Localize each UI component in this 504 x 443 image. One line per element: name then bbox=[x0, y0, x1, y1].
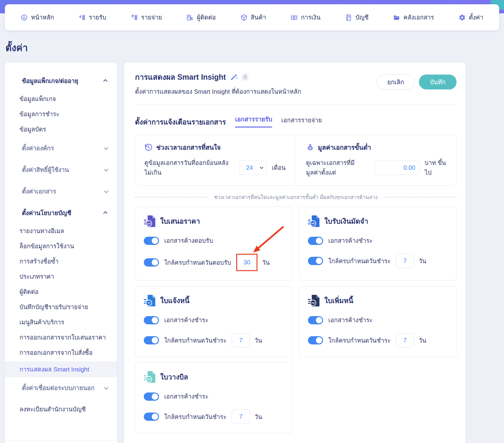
sidebar-group-label: ตั้งค่าสิทธิ์ผู้ใช้งาน bbox=[22, 165, 69, 175]
due-soon-toggle[interactable] bbox=[308, 336, 323, 344]
sidebar-item-issue-from-quotation[interactable]: การออกเอกสารจากใบเสนอราคา bbox=[5, 330, 117, 345]
toggle-knob bbox=[316, 238, 322, 244]
toggle-knob bbox=[152, 317, 158, 323]
nav-label: รายรับ bbox=[89, 12, 106, 22]
panel-header: การแสดงผล Smart Insight ? ตั้งค่าการแสดง… bbox=[135, 71, 457, 105]
due-days-input[interactable] bbox=[232, 410, 250, 424]
sidebar-item-payment-info[interactable]: ข้อมูลการชำระ bbox=[5, 106, 117, 122]
toggle-knob bbox=[152, 413, 158, 420]
sidebar-item-label: ข้อมูลการชำระ bbox=[19, 109, 60, 119]
sidebar-item-card-info[interactable]: ข้อมูลบัตร bbox=[5, 122, 117, 137]
save-button[interactable]: บันทึก bbox=[419, 75, 457, 89]
sidebar-item-label: ข้อมูลแพ็กเกจ bbox=[19, 94, 56, 104]
unpaid-toggle[interactable] bbox=[308, 237, 323, 245]
due-soon-toggle[interactable] bbox=[308, 257, 323, 265]
svg-text:IV: IV bbox=[148, 302, 150, 305]
sidebar-group-documents[interactable]: ตั้งค่าเอกสาร bbox=[5, 184, 117, 199]
cancel-button[interactable]: ยกเลิก bbox=[377, 75, 415, 89]
nav-item-products[interactable]: สินค้า bbox=[240, 12, 266, 22]
nav-item-accounting[interactable]: บัญชี bbox=[345, 12, 368, 22]
card-deposit-receipt: DR ใบรับเงินมัดจำ เอกสารค้างชำระ ใกล้ครบ… bbox=[299, 207, 457, 281]
sidebar-group-label: ตั้งค่าองค์กร bbox=[22, 143, 54, 153]
svg-text:$: $ bbox=[309, 147, 311, 149]
period-filter-title: ช่วงเวลาเอกสารที่สนใจ bbox=[156, 142, 221, 152]
card-quotation: QO ใบเสนอราคา เอกสารค้างตอบรับ ใกล้ครบกำ… bbox=[135, 207, 292, 281]
chevron-down-icon bbox=[260, 166, 263, 169]
sidebar-item-email-report[interactable]: รายงานทางอีเมล bbox=[5, 223, 117, 239]
chevron-up-icon bbox=[103, 211, 108, 215]
sidebar-item-price-type[interactable]: ประเภทราคา bbox=[5, 269, 117, 284]
nav-label: หน้าหลัก bbox=[31, 12, 54, 22]
toggle-knob bbox=[152, 259, 158, 266]
sidebar-item-label: การออกเอกสารจากใบเสนอราคา bbox=[19, 333, 106, 342]
nav-item-income[interactable]: รายรับ bbox=[78, 12, 106, 22]
due-days-input[interactable] bbox=[232, 333, 250, 347]
pending-response-toggle[interactable] bbox=[144, 237, 159, 245]
due-soon-toggle[interactable] bbox=[144, 258, 159, 267]
sidebar-group-accounting-policy[interactable]: ตั้งค่านโยบายบัญชี bbox=[5, 205, 117, 221]
nav-item-documents[interactable]: คลังเอกสาร bbox=[393, 12, 434, 22]
unpaid-toggle[interactable] bbox=[308, 316, 323, 324]
tab-expense-documents[interactable]: เอกสารรายจ่าย bbox=[281, 115, 322, 127]
dashed-line bbox=[135, 197, 208, 197]
expense-icon bbox=[131, 14, 138, 21]
period-select[interactable]: 24 bbox=[239, 161, 267, 175]
sidebar-group-label: ตั้งค่านโยบายบัญชี bbox=[22, 208, 71, 218]
min-value-filter-suffix: บาท ขึ้นไป bbox=[425, 158, 447, 177]
magic-wand-icon bbox=[230, 73, 238, 81]
sidebar-item-smart-insight[interactable]: การแสดงผล Smart Insight bbox=[5, 361, 117, 377]
days-unit: วัน bbox=[254, 412, 262, 422]
settings-icon bbox=[459, 14, 466, 21]
due-soon-toggle[interactable] bbox=[144, 336, 159, 344]
period-filter-suffix: เดือน bbox=[272, 163, 286, 173]
toggle-knob bbox=[316, 337, 322, 344]
nav-item-contacts[interactable]: ผู้ติดต่อ bbox=[186, 12, 216, 22]
sidebar-group-organization[interactable]: ตั้งค่าองค์กร bbox=[5, 141, 117, 156]
due-days-input[interactable] bbox=[396, 333, 414, 347]
toggle-knob bbox=[152, 393, 158, 400]
sidebar-item-duplicate-name[interactable]: การสร้างชื่อซ้ำ bbox=[5, 254, 117, 269]
sidebar-group-user-rights[interactable]: ตั้งค่าสิทธิ์ผู้ใช้งาน bbox=[5, 162, 117, 177]
sidebar-item-label: ประเภทราคา bbox=[19, 272, 54, 281]
unpaid-toggle[interactable] bbox=[144, 316, 159, 324]
nav-item-expense[interactable]: รายจ่าย bbox=[131, 12, 162, 22]
sidebar-item-lock-data[interactable]: ล็อกข้อมูลการใช้งาน bbox=[5, 239, 117, 254]
help-icon[interactable]: ? bbox=[242, 74, 249, 81]
sidebar-item-product-menu[interactable]: เมนูสินค้า/บริการ bbox=[5, 315, 117, 330]
sidebar-group-external-connect[interactable]: ตั้งค่าเชื่อมต่อระบบภายนอก bbox=[5, 380, 117, 396]
nav-item-finance[interactable]: การเงิน bbox=[291, 12, 320, 22]
due-days-input[interactable] bbox=[396, 254, 414, 268]
sidebar-item-contacts[interactable]: ผู้ติดต่อ bbox=[5, 284, 117, 299]
nav-item-home[interactable]: หน้าหลัก bbox=[21, 12, 54, 22]
min-value-input[interactable] bbox=[374, 161, 420, 175]
sidebar-item-issue-from-po[interactable]: การออกเอกสารจากใบสั่งซื้อ bbox=[5, 345, 117, 360]
days-unit: วัน bbox=[419, 336, 426, 345]
filter-scope-note-text: ช่วงเวลาเอกสารที่สนใจและมูลค่าเอกสารขั้น… bbox=[214, 193, 378, 201]
nav-label: สินค้า bbox=[251, 12, 266, 22]
svg-text:DN: DN bbox=[311, 302, 315, 305]
nav-item-settings[interactable]: ตั้งค่า bbox=[459, 12, 483, 22]
due-days-input[interactable] bbox=[238, 255, 256, 270]
unpaid-toggle[interactable] bbox=[144, 392, 159, 401]
sidebar-group-package[interactable]: ข้อมูลแพ็กเกจ/ต่ออายุ bbox=[5, 73, 117, 89]
days-unit: วัน bbox=[254, 336, 262, 345]
panel-title: การแสดงผล Smart Insight bbox=[135, 71, 226, 83]
svg-text:QO: QO bbox=[147, 222, 151, 225]
tab-income-documents[interactable]: เอกสารรายรับ bbox=[235, 114, 272, 127]
sidebar-item-package-info[interactable]: ข้อมูลแพ็กเกจ bbox=[5, 91, 117, 106]
sidebar-item-register-accounting-firm[interactable]: ลงทะเบียนสำนักงานบัญชี bbox=[5, 402, 117, 417]
sidebar-item-label: การออกเอกสารจากใบสั่งซื้อ bbox=[19, 348, 92, 358]
chevron-up-icon bbox=[103, 79, 108, 83]
sidebar-item-record-income-expense[interactable]: บันทึกบัญชีรายรับ/รายจ่าย bbox=[5, 299, 117, 315]
sidebar-item-label: ลงทะเบียนสำนักงานบัญชี bbox=[19, 404, 86, 414]
chevron-down-icon bbox=[104, 189, 108, 193]
chevron-down-icon bbox=[104, 146, 108, 150]
annotation-highlight-box bbox=[236, 254, 257, 271]
chevron-down-icon bbox=[104, 385, 108, 390]
sidebar-group-label: ตั้งค่าเชื่อมต่อระบบภายนอก bbox=[22, 383, 95, 393]
due-soon-toggle[interactable] bbox=[144, 413, 159, 421]
nav-label: ผู้ติดต่อ bbox=[197, 12, 216, 22]
toggle-label: เอกสารค้างชำระ bbox=[164, 392, 209, 401]
top-navbar: หน้าหลัก รายรับ รายจ่าย ผู้ติดต่อ สินค้า… bbox=[5, 4, 499, 30]
sidebar-item-label: การแสดงผล Smart Insight bbox=[19, 365, 89, 374]
